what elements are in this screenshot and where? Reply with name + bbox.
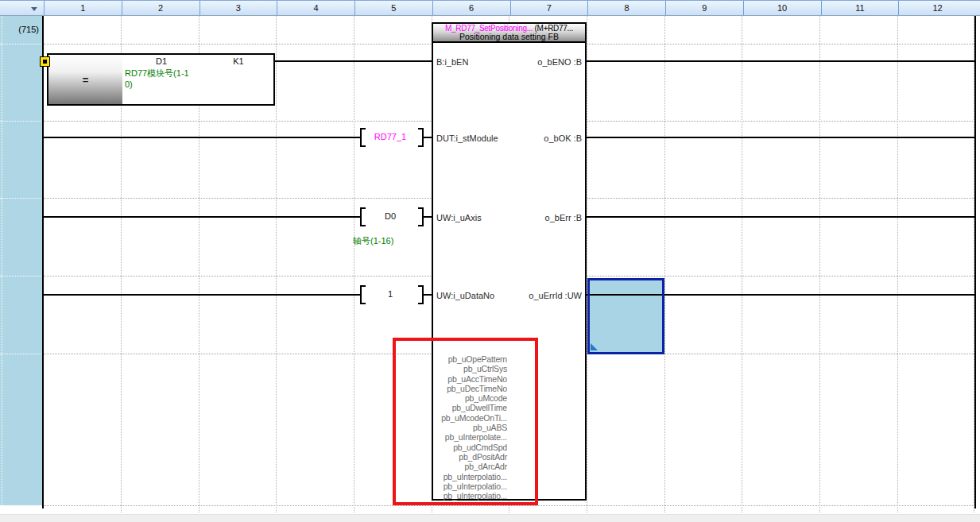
- column-header-row: 123456789101112: [0, 0, 980, 16]
- grid-column-line: [276, 16, 277, 512]
- grid-row-line-margin: [0, 44, 43, 44]
- left-power-rail: [42, 16, 44, 508]
- rung-number: (715): [0, 25, 39, 35]
- grid-row-line-margin: [0, 354, 43, 354]
- compare-instruction-block[interactable]: = D1 K1 RD77模块号(1-10): [47, 53, 275, 106]
- red-highlight-rectangle: [393, 338, 538, 505]
- rung-wire: [275, 60, 432, 62]
- left-margin: [0, 16, 43, 505]
- column-header-corner[interactable]: [0, 1, 44, 15]
- compare-operator: =: [48, 74, 122, 86]
- rung-wire: [424, 216, 432, 218]
- dropdown-arrow-icon: [31, 7, 37, 11]
- operand-bracket-right-icon: [418, 128, 424, 147]
- grid-column-line: [587, 16, 587, 512]
- column-header-11[interactable]: 11: [821, 1, 899, 15]
- grid-row-line-margin: [0, 198, 43, 199]
- grid-column-line: [354, 16, 354, 512]
- fb-input-pin[interactable]: UW:i_uAxis: [436, 213, 482, 223]
- operand-bracket-right-icon: [418, 207, 424, 226]
- grid-margin-edge-line: [2, 16, 2, 505]
- fb-input-operand[interactable]: 1: [362, 289, 419, 300]
- grid-column-line: [742, 16, 742, 512]
- rung-wire: [424, 294, 432, 296]
- operand-d1[interactable]: D1: [122, 56, 200, 66]
- operand-d1-comment: RD77模块号(1-10): [125, 68, 195, 90]
- grid-row-line-margin: [0, 505, 43, 506]
- grid-column-line: [664, 16, 665, 512]
- column-header-5[interactable]: 5: [354, 1, 432, 15]
- fb-output-pin[interactable]: o_bErr :B: [545, 213, 582, 223]
- grid-column-line: [897, 16, 898, 512]
- fb-output-pin[interactable]: o_bENO :B: [537, 57, 582, 68]
- connection-point-marker[interactable]: [40, 56, 50, 67]
- grid-row-line-margin: [0, 121, 43, 122]
- right-power-rail: [974, 16, 976, 508]
- rung-wire: [587, 60, 975, 62]
- ladder-editor: (715) = D1 K1 RD77模块号(1-10) RD77_1D0轴号(1…: [0, 0, 980, 522]
- rung-wire: [587, 137, 975, 138]
- fb-input-pin[interactable]: B:i_bEN: [436, 57, 468, 68]
- column-header-6[interactable]: 6: [432, 1, 510, 15]
- rung-wire: [43, 294, 360, 296]
- column-header-10[interactable]: 10: [743, 1, 821, 15]
- rung-wire: [43, 137, 360, 138]
- fb-output-pin[interactable]: o_uErrId :UW: [529, 291, 582, 301]
- bottom-scroll-strip[interactable]: [0, 514, 980, 522]
- fb-input-pin[interactable]: UW:i_uDataNo: [436, 291, 494, 301]
- selected-cell-border: [587, 278, 664, 354]
- column-header-2[interactable]: 2: [122, 1, 199, 15]
- rung-wire: [43, 216, 360, 218]
- fb-input-operand[interactable]: RD77_1: [362, 132, 419, 142]
- column-header-3[interactable]: 3: [199, 1, 277, 15]
- column-header-4[interactable]: 4: [277, 1, 354, 15]
- fb-output-pin[interactable]: o_bOK :B: [544, 133, 582, 144]
- rung-wire: [424, 137, 432, 138]
- operand-comment: 轴号(1-16): [353, 235, 416, 246]
- column-header-12[interactable]: 12: [898, 1, 976, 15]
- column-header-8[interactable]: 8: [587, 1, 665, 15]
- operand-k1[interactable]: K1: [200, 56, 277, 66]
- rung-wire: [587, 216, 975, 218]
- grid-row-line-margin: [0, 276, 43, 276]
- fb-input-operand[interactable]: D0: [362, 211, 419, 222]
- compare-operator-cell[interactable]: =: [48, 55, 122, 104]
- fb-input-pin[interactable]: DUT:i_stModule: [436, 133, 498, 144]
- function-block-header: M_RD77_SetPositioning... (M+RD77... Posi…: [433, 24, 585, 43]
- column-header-1[interactable]: 1: [44, 1, 122, 15]
- operand-bracket-right-icon: [418, 285, 424, 304]
- fb-subtitle: Positioning data setting FB: [433, 33, 585, 41]
- grid-column-line: [819, 16, 820, 512]
- column-header-7[interactable]: 7: [510, 1, 588, 15]
- column-header-9[interactable]: 9: [665, 1, 743, 15]
